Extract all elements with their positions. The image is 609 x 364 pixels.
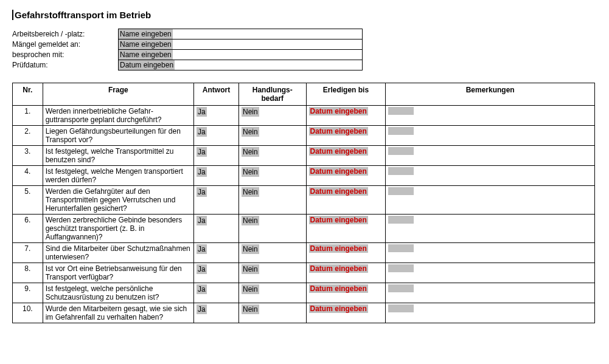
cell-bemerkungen[interactable] <box>386 303 595 323</box>
info-input-cell[interactable]: Name eingeben <box>119 29 363 39</box>
info-placeholder: Datum eingeben <box>119 60 175 70</box>
cell-handlungsbedarf[interactable]: Nein <box>239 126 307 146</box>
info-table: Arbeitsbereich / -platz:Name eingebenMän… <box>12 29 363 70</box>
cell-nr: 4. <box>13 166 43 186</box>
table-row: 6.Werden zerbrechliche Gebinde besonders… <box>13 215 595 243</box>
info-input-cell[interactable]: Name eingeben <box>119 50 363 60</box>
cell-erledigen-bis[interactable]: Datum eingeben <box>306 243 386 263</box>
cell-antwort[interactable]: Ja <box>194 106 239 126</box>
cell-erledigen-bis[interactable]: Datum eingeben <box>306 263 386 283</box>
cell-frage: Werden innerbetriebliche Gefahr­guttrans… <box>43 106 193 126</box>
cell-erledigen-bis[interactable]: Datum eingeben <box>306 166 386 186</box>
need-value: Nein <box>242 147 259 157</box>
date-placeholder: Datum eingeben <box>309 107 368 115</box>
answer-value: Ja <box>197 264 207 274</box>
need-value: Nein <box>242 167 259 177</box>
info-label: Mängel gemeldet an: <box>12 39 119 50</box>
cell-handlungsbedarf[interactable]: Nein <box>239 283 307 303</box>
info-row: Mängel gemeldet an:Name eingeben <box>12 39 363 50</box>
need-value: Nein <box>242 304 259 314</box>
info-row: Prüfdatum:Datum eingeben <box>12 60 363 70</box>
cell-frage: Liegen Gefährdungsbeurteilungen für den … <box>43 126 193 146</box>
info-input-cell[interactable]: Datum eingeben <box>119 60 363 70</box>
table-row: 8.Ist vor Ort eine Betriebsanweisung für… <box>13 263 595 283</box>
cell-handlungsbedarf[interactable]: Nein <box>239 303 307 323</box>
table-row: 10.Wurde den Mitarbeitern gesagt, wie si… <box>13 303 595 323</box>
cell-handlungsbedarf[interactable]: Nein <box>239 166 307 186</box>
info-placeholder: Name eingeben <box>119 39 173 49</box>
remarks-placeholder <box>388 187 414 195</box>
cell-erledigen-bis[interactable]: Datum eingeben <box>306 215 386 243</box>
cell-handlungsbedarf[interactable]: Nein <box>239 263 307 283</box>
cell-handlungsbedarf[interactable]: Nein <box>239 106 307 126</box>
cell-bemerkungen[interactable] <box>386 243 595 263</box>
date-placeholder: Datum eingeben <box>309 127 368 136</box>
col-nr: Nr. <box>13 83 43 106</box>
cell-bemerkungen[interactable] <box>386 166 595 186</box>
table-row: 1.Werden innerbetriebliche Gefahr­guttra… <box>13 106 595 126</box>
cell-erledigen-bis[interactable]: Datum eingeben <box>306 106 386 126</box>
info-placeholder: Name eingeben <box>119 29 173 39</box>
need-value: Nein <box>242 284 259 294</box>
remarks-placeholder <box>388 127 414 135</box>
cell-antwort[interactable]: Ja <box>194 186 239 215</box>
cell-antwort[interactable]: Ja <box>194 283 239 303</box>
cell-handlungsbedarf[interactable]: Nein <box>239 186 307 215</box>
cell-antwort[interactable]: Ja <box>194 166 239 186</box>
need-value: Nein <box>242 107 259 117</box>
date-placeholder: Datum eingeben <box>309 187 368 196</box>
answer-value: Ja <box>197 284 207 294</box>
cell-antwort[interactable]: Ja <box>194 215 239 243</box>
cell-antwort[interactable]: Ja <box>194 303 239 323</box>
cell-handlungsbedarf[interactable]: Nein <box>239 146 307 166</box>
answer-value: Ja <box>197 187 207 197</box>
cell-bemerkungen[interactable] <box>386 106 595 126</box>
date-placeholder: Datum eingeben <box>309 264 368 273</box>
cell-antwort[interactable]: Ja <box>194 263 239 283</box>
cell-nr: 2. <box>13 126 43 146</box>
cell-nr: 1. <box>13 106 43 126</box>
col-antwort: Antwort <box>194 83 239 106</box>
cell-antwort[interactable]: Ja <box>194 126 239 146</box>
cell-nr: 9. <box>13 283 43 303</box>
cell-frage: Ist vor Ort eine Betriebsanweisung für d… <box>43 263 193 283</box>
cell-antwort[interactable]: Ja <box>194 243 239 263</box>
cell-frage: Werden zerbrechliche Gebinde besonders g… <box>43 215 193 243</box>
remarks-placeholder <box>388 264 414 272</box>
cell-erledigen-bis[interactable]: Datum eingeben <box>306 126 386 146</box>
col-bemerkungen: Bemerkungen <box>386 83 595 106</box>
table-row: 4.Ist festgelegt, welche Mengen transpor… <box>13 166 595 186</box>
cell-antwort[interactable]: Ja <box>194 146 239 166</box>
date-placeholder: Datum eingeben <box>309 284 368 293</box>
cell-erledigen-bis[interactable]: Datum eingeben <box>306 186 386 215</box>
date-placeholder: Datum eingeben <box>309 147 368 156</box>
cell-handlungsbedarf[interactable]: Nein <box>239 243 307 263</box>
cell-erledigen-bis[interactable]: Datum eingeben <box>306 283 386 303</box>
col-handlung-line1: Handlungs- <box>252 86 293 94</box>
need-value: Nein <box>242 244 259 254</box>
table-row: 9.Ist festgelegt, welche persönliche Sch… <box>13 283 595 303</box>
remarks-placeholder <box>388 216 414 224</box>
cell-handlungsbedarf[interactable]: Nein <box>239 215 307 243</box>
col-handlung: Handlungs- bedarf <box>239 83 307 106</box>
info-placeholder: Name eingeben <box>119 50 173 60</box>
cell-frage: Ist festgelegt, welche Mengen transporti… <box>43 166 193 186</box>
cell-bemerkungen[interactable] <box>386 263 595 283</box>
col-handlung-line2: bedarf <box>261 94 284 103</box>
cell-bemerkungen[interactable] <box>386 146 595 166</box>
cell-bemerkungen[interactable] <box>386 283 595 303</box>
cell-frage: Sind die Mitarbeiter über Schutz­maßnahm… <box>43 243 193 263</box>
col-frage: Frage <box>43 83 193 106</box>
cell-erledigen-bis[interactable]: Datum eingeben <box>306 146 386 166</box>
cell-bemerkungen[interactable] <box>386 126 595 146</box>
date-placeholder: Datum eingeben <box>309 304 368 313</box>
info-input-cell[interactable]: Name eingeben <box>119 39 363 50</box>
date-placeholder: Datum eingeben <box>309 167 368 176</box>
answer-value: Ja <box>197 244 207 254</box>
questionnaire-table: Nr. Frage Antwort Handlungs- bedarf Erle… <box>12 83 595 323</box>
answer-value: Ja <box>197 147 207 157</box>
cell-erledigen-bis[interactable]: Datum eingeben <box>306 303 386 323</box>
cell-bemerkungen[interactable] <box>386 215 595 243</box>
cell-bemerkungen[interactable] <box>386 186 595 215</box>
remarks-placeholder <box>388 167 414 175</box>
